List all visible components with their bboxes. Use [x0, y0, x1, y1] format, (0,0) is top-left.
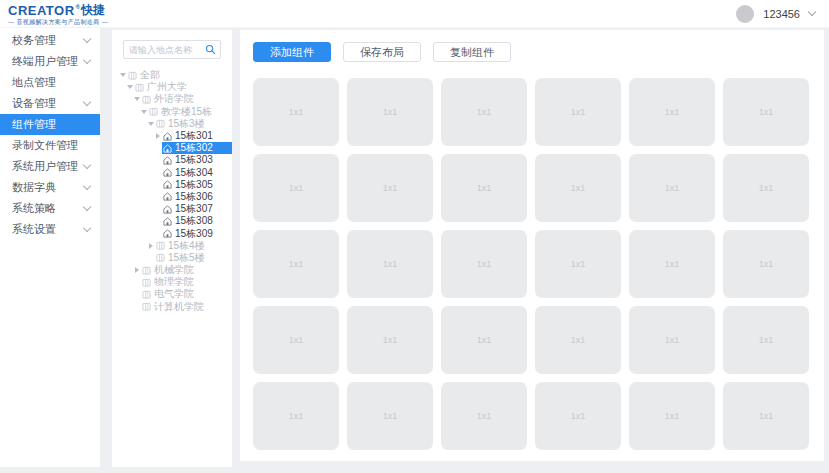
- card-size-label: 1x1: [665, 259, 680, 269]
- card-size-label: 1x1: [289, 335, 304, 345]
- user-menu[interactable]: 123456: [736, 5, 815, 23]
- caret-placeholder: [153, 179, 162, 191]
- component-card[interactable]: 1x1: [347, 306, 433, 374]
- location-icon: [142, 290, 151, 299]
- add-component-button[interactable]: 添加组件: [253, 42, 331, 62]
- card-size-label: 1x1: [665, 107, 680, 117]
- tree-node[interactable]: 15栋303: [112, 154, 232, 166]
- tree-node[interactable]: 15栋302: [112, 142, 232, 154]
- caret-down-icon[interactable]: [118, 69, 127, 81]
- component-card[interactable]: 1x1: [253, 306, 339, 374]
- room-icon: [163, 205, 172, 214]
- location-icon: [142, 302, 151, 311]
- component-card[interactable]: 1x1: [629, 154, 715, 222]
- component-card[interactable]: 1x1: [723, 306, 809, 374]
- component-card[interactable]: 1x1: [347, 230, 433, 298]
- chevron-down-icon: [83, 203, 91, 211]
- sidebar-item[interactable]: 设备管理: [0, 93, 100, 114]
- component-card[interactable]: 1x1: [441, 230, 527, 298]
- sidebar-item[interactable]: 录制文件管理: [0, 135, 100, 156]
- sidebar-item[interactable]: 组件管理: [0, 114, 100, 135]
- component-card[interactable]: 1x1: [535, 306, 621, 374]
- sidebar-item[interactable]: 系统策略: [0, 198, 100, 219]
- component-card[interactable]: 1x1: [723, 382, 809, 450]
- sidebar-item[interactable]: 系统设置: [0, 219, 100, 240]
- component-card[interactable]: 1x1: [347, 382, 433, 450]
- tree-node[interactable]: 15栋308: [112, 215, 232, 227]
- save-layout-button[interactable]: 保存布局: [343, 42, 421, 62]
- component-card[interactable]: 1x1: [723, 154, 809, 222]
- component-card[interactable]: 1x1: [629, 230, 715, 298]
- tree-node[interactable]: 15栋305: [112, 179, 232, 191]
- caret-down-icon[interactable]: [139, 106, 148, 118]
- component-card[interactable]: 1x1: [441, 78, 527, 146]
- caret-down-icon[interactable]: [146, 118, 155, 130]
- caret-down-icon[interactable]: [132, 93, 141, 105]
- caret-placeholder: [153, 167, 162, 179]
- tree-node[interactable]: 15栋306: [112, 191, 232, 203]
- tree-node[interactable]: 15栋304: [112, 167, 232, 179]
- search-icon[interactable]: [201, 41, 220, 58]
- room-icon: [163, 132, 172, 141]
- component-card[interactable]: 1x1: [253, 78, 339, 146]
- location-icon: [142, 278, 151, 287]
- room-icon: [163, 229, 172, 238]
- component-card[interactable]: 1x1: [535, 78, 621, 146]
- location-tree: 全部广州大学外语学院教学楼15栋15栋3楼15栋30115栋30215栋3031…: [112, 69, 232, 313]
- caret-right-icon[interactable]: [132, 264, 141, 276]
- room-icon: [163, 192, 172, 201]
- component-card[interactable]: 1x1: [629, 78, 715, 146]
- caret-placeholder: [153, 203, 162, 215]
- component-card[interactable]: 1x1: [441, 154, 527, 222]
- card-size-label: 1x1: [383, 107, 398, 117]
- sidebar-item[interactable]: 校务管理: [0, 30, 100, 51]
- copy-component-button[interactable]: 复制组件: [433, 42, 511, 62]
- chevron-down-icon: [83, 161, 91, 169]
- component-card[interactable]: 1x1: [723, 78, 809, 146]
- component-card[interactable]: 1x1: [253, 154, 339, 222]
- component-card[interactable]: 1x1: [535, 230, 621, 298]
- component-card[interactable]: 1x1: [441, 306, 527, 374]
- sidebar-item-label: 录制文件管理: [12, 138, 90, 153]
- component-card[interactable]: 1x1: [535, 382, 621, 450]
- card-size-label: 1x1: [571, 335, 586, 345]
- location-icon: [149, 107, 158, 116]
- component-card[interactable]: 1x1: [441, 382, 527, 450]
- tree-node[interactable]: 15栋3楼: [112, 118, 232, 130]
- room-icon: [163, 156, 172, 165]
- sidebar-item[interactable]: 地点管理: [0, 72, 100, 93]
- location-icon: [156, 119, 165, 128]
- component-card[interactable]: 1x1: [629, 382, 715, 450]
- sidebar-item-label: 系统策略: [12, 201, 84, 216]
- location-search-input[interactable]: [124, 41, 201, 58]
- component-card[interactable]: 1x1: [723, 230, 809, 298]
- caret-down-icon[interactable]: [125, 81, 134, 93]
- location-icon: [142, 266, 151, 275]
- sidebar-item-label: 组件管理: [12, 117, 90, 132]
- chevron-down-icon[interactable]: [808, 8, 816, 16]
- caret-placeholder: [153, 228, 162, 240]
- tree-node[interactable]: 计算机学院: [112, 301, 232, 313]
- component-card[interactable]: 1x1: [535, 154, 621, 222]
- caret-right-icon[interactable]: [153, 130, 162, 142]
- tree-node[interactable]: 15栋301: [112, 130, 232, 142]
- component-card[interactable]: 1x1: [347, 154, 433, 222]
- card-size-label: 1x1: [477, 411, 492, 421]
- avatar[interactable]: [736, 5, 754, 23]
- caret-right-icon[interactable]: [146, 240, 155, 252]
- sidebar-item[interactable]: 终端用户管理: [0, 51, 100, 72]
- component-card[interactable]: 1x1: [253, 230, 339, 298]
- brand-name: CREATOR: [8, 4, 75, 17]
- component-card[interactable]: 1x1: [253, 382, 339, 450]
- sidebar-item[interactable]: 系统用户管理: [0, 156, 100, 177]
- card-size-label: 1x1: [759, 183, 774, 193]
- tree-node[interactable]: 15栋307: [112, 203, 232, 215]
- tree-node-content: 计算机学院: [141, 301, 232, 313]
- caret-placeholder: [153, 154, 162, 166]
- sidebar-item[interactable]: 数据字典: [0, 177, 100, 198]
- tree-node-label: 计算机学院: [154, 300, 204, 314]
- toolbar: 添加组件保存布局复制组件: [253, 42, 824, 62]
- chevron-down-icon: [83, 224, 91, 232]
- component-card[interactable]: 1x1: [629, 306, 715, 374]
- component-card[interactable]: 1x1: [347, 78, 433, 146]
